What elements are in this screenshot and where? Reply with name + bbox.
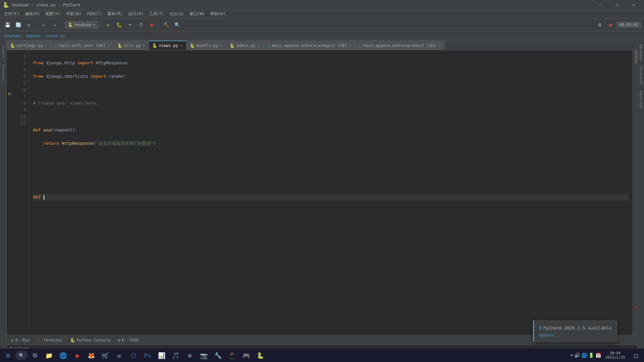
menu-view[interactable]: 视图(V) — [43, 10, 63, 18]
tab-models-py[interactable]: 🐍 models.py ✕ — [186, 41, 226, 50]
tab-python-console[interactable]: 🐍 Python Console — [67, 336, 114, 345]
taskbar-app2[interactable]: 🎵 — [169, 349, 182, 361]
tab-close-views[interactable]: ✕ — [179, 44, 183, 48]
show-desktop-button[interactable]: □ — [629, 349, 643, 361]
tray-icon-3[interactable]: 🌐 — [581, 353, 587, 358]
taskbar-app3[interactable]: ⚙ — [183, 349, 197, 361]
tray-icon-4[interactable]: 🔋 — [588, 353, 594, 358]
code-content[interactable]: from django.http import HttpResponse fro… — [29, 50, 633, 335]
taskbar-mail[interactable]: ✉ — [113, 349, 126, 361]
build-button[interactable]: 🔨 — [162, 20, 171, 29]
run-config-button[interactable]: ▶ — [104, 20, 113, 29]
debug-button[interactable]: 🐛 — [115, 20, 124, 29]
breadcrumb-file[interactable]: views.py — [46, 34, 65, 38]
tab-urls-py[interactable]: 🐍 urls.py ✕ — [114, 41, 149, 50]
menu-refactor[interactable]: 重构(R) — [105, 10, 125, 18]
tab-category-db[interactable]: ⬡ main.appone_mnbvcxcategory [db] ✕ — [264, 41, 356, 50]
menu-tools[interactable]: 工具(T) — [146, 10, 167, 18]
tab-product-db[interactable]: ⬡ main.appone_mnbvcxproduct [db] ✕ — [356, 41, 445, 50]
tab-todo[interactable]: ≡ 6: TODO — [115, 336, 142, 345]
close-button[interactable]: ✕ — [626, 0, 641, 10]
breadcrumb: houduan › appone › views.py — [0, 32, 644, 40]
tab-run[interactable]: ▶ 4: Run — [8, 336, 33, 345]
breadcrumb-app[interactable]: appone — [26, 34, 41, 38]
taskbar-app6[interactable]: 📱 — [225, 349, 239, 361]
sync-button[interactable]: 🔄 — [13, 20, 23, 29]
taskbar-app1[interactable]: 📊 — [155, 349, 168, 361]
tab-close-models[interactable]: ✕ — [219, 43, 223, 48]
sidebar-item-structure[interactable]: Structure — [0, 62, 6, 82]
sidebar-database[interactable]: Database — [638, 42, 643, 63]
tray-icon-1[interactable]: ⌨ — [570, 353, 573, 358]
refresh-button[interactable]: ↻ — [24, 20, 34, 29]
tab-views-py[interactable]: 🐍 views.py ✕ — [149, 41, 186, 50]
taskbar-pycharm[interactable]: 🐍 — [254, 349, 267, 361]
taskbar-app4[interactable]: 📷 — [197, 349, 211, 361]
breadcrumb-project[interactable]: houduan — [4, 34, 21, 38]
save-button[interactable]: 💾 — [3, 20, 12, 29]
stop-button[interactable]: ■ — [147, 20, 156, 29]
taskbar-browser-chrome[interactable]: ◉ — [70, 349, 84, 361]
taskbar-app7[interactable]: 🎮 — [239, 349, 253, 361]
main-layout: Project Structure 🐍 settings.py ✕ ⬡ main… — [0, 40, 644, 362]
taskbar-app5[interactable]: 🔧 — [211, 349, 225, 361]
tab-close-category[interactable]: ✕ — [348, 43, 352, 48]
tab-settings-py[interactable]: 🐍 settings.py ✕ — [7, 41, 52, 50]
tray-icon-2[interactable]: 🔊 — [574, 353, 580, 358]
maximize-button[interactable]: □ — [609, 0, 625, 10]
menu-help[interactable]: 帮助(H) — [208, 10, 228, 18]
forward-button[interactable]: → — [50, 20, 59, 29]
tab-terminal[interactable]: ⬛ Terminal — [34, 336, 66, 345]
menu-run[interactable]: 运行(U) — [125, 10, 146, 18]
taskbar-browser-edge[interactable]: 🌐 — [56, 349, 70, 361]
stop-run-button[interactable]: ■ — [606, 20, 615, 29]
sidebar-item-project[interactable]: Project — [0, 42, 6, 62]
tab-close-admin[interactable]: ✕ — [257, 43, 260, 48]
window-title: houduan - views.py - PyCharm — [12, 3, 80, 7]
pause-button[interactable]: ⏸ — [595, 20, 604, 29]
breakpoint-dot[interactable] — [8, 93, 11, 95]
taskbar-clock[interactable]: 20:04 2021/1/15 — [602, 351, 628, 360]
code-line-7: return HttpResponse("这是后端返回给我们的数据") — [33, 140, 629, 147]
profile-button[interactable]: ⏱ — [136, 20, 146, 29]
taskbar: ⊞ 🔍 ⧉ 📁 🌐 ◉ 🦊 🛒 ✉ ⬡ Ps 📊 🎵 ⚙ 📷 🔧 📱 🎮 🐍 ⌨… — [0, 349, 644, 362]
menu-code[interactable]: 代码(C) — [84, 10, 105, 18]
taskbar-browser-firefox[interactable]: 🦊 — [85, 349, 98, 361]
clock-date: 2021/1/15 — [605, 355, 625, 360]
taskbar-file-explorer[interactable]: 📁 — [42, 349, 56, 361]
search-button[interactable]: 🔍 — [173, 20, 182, 29]
coverage-button[interactable]: ☂ — [125, 20, 135, 29]
taskbar-vscode[interactable]: ⬡ — [127, 349, 140, 361]
menu-vcs[interactable]: VCS(S) — [167, 10, 187, 18]
sidebar-favorites[interactable]: Favorites — [638, 88, 643, 111]
tab-terminal-label: Terminal — [44, 338, 63, 343]
taskbar-search[interactable]: 🔍 — [15, 351, 28, 360]
taskbar-photoshop[interactable]: Ps — [141, 349, 154, 361]
menu-navigate[interactable]: 导航(N) — [63, 10, 84, 18]
menu-window[interactable]: 窗口(W) — [187, 10, 208, 18]
taskbar-store[interactable]: 🛒 — [99, 349, 112, 361]
python-file-icon: 🐍 — [152, 43, 157, 48]
scrollbar[interactable] — [633, 50, 637, 335]
tab-close-settings[interactable]: ✕ — [44, 43, 48, 48]
minimize-button[interactable]: ─ — [592, 0, 608, 10]
tab-auth-user-db[interactable]: ⬡ main.auth_user [db] ✕ — [52, 41, 114, 50]
tray-icon-5[interactable]: 📅 — [595, 353, 601, 358]
back-button[interactable]: ← — [39, 20, 49, 29]
start-button[interactable]: ⊞ — [1, 349, 15, 361]
tab-close-urls[interactable]: ✕ — [142, 43, 145, 48]
task-view-button[interactable]: ⧉ — [28, 349, 42, 361]
scroll-thumb[interactable] — [635, 50, 637, 64]
breadcrumb-sep-1: › — [22, 34, 25, 38]
notification-update-link[interactable]: Update... — [539, 333, 561, 338]
tab-close-product[interactable]: ✕ — [438, 43, 441, 48]
sidebar-structure[interactable]: Structure — [638, 64, 643, 87]
tab-close-auth[interactable]: ✕ — [107, 43, 110, 48]
title-bar-left: 🐍 houduan - views.py - PyCharm — [3, 2, 80, 8]
tab-admin-py[interactable]: 🐍 admin.py ✕ — [226, 41, 264, 50]
code-editor[interactable]: 1 2 3 4 5 6 7 8 9 10 11 from django.http… — [7, 50, 637, 335]
menu-edit[interactable]: 编辑(E) — [22, 10, 43, 18]
project-selector[interactable]: 🐍 houduan ▾ — [65, 21, 98, 28]
menu-file[interactable]: 文件(F) — [1, 10, 22, 18]
tab-label: settings.py — [16, 43, 43, 48]
